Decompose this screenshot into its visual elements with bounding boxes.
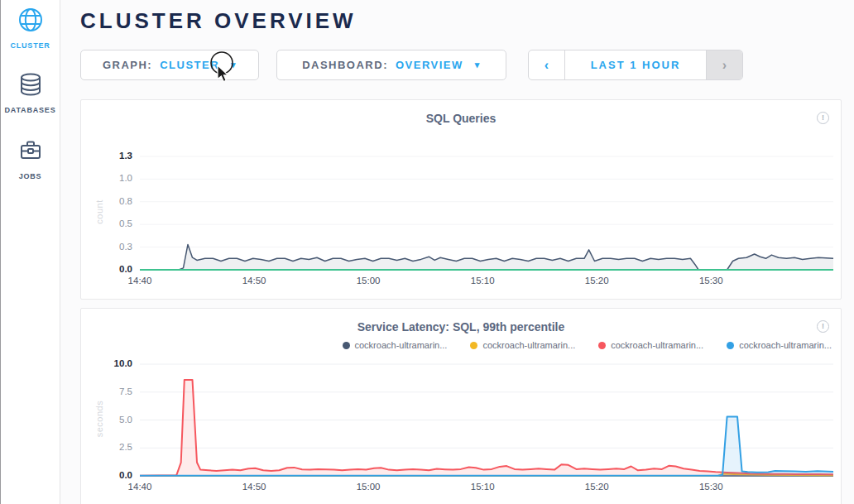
x-axis-tick: 15:10 xyxy=(458,276,507,286)
x-axis-tick: 14:50 xyxy=(229,482,279,492)
page-title: CLUSTER OVERVIEW xyxy=(80,8,357,34)
sidebar-item-label: JOBS xyxy=(19,172,42,180)
sql-queries-chart-card: SQL Queries ! 1.31.00.80.50.30.014:4014:… xyxy=(80,99,842,300)
graph-dropdown-label: GRAPH: xyxy=(103,59,152,71)
x-axis-tick: 14:40 xyxy=(115,276,165,286)
dashboard-dropdown-value: OVERVIEW xyxy=(396,59,463,71)
time-range-label[interactable]: LAST 1 HOUR xyxy=(565,50,706,79)
sidebar-item-label: DATABASES xyxy=(5,106,56,114)
x-axis-tick: 15:10 xyxy=(458,482,507,492)
x-axis-tick: 15:00 xyxy=(343,276,393,286)
time-range-next-button[interactable]: › xyxy=(706,50,742,79)
service-latency-chart-card: Service Latency: SQL, 99th percentile ! … xyxy=(80,308,842,504)
dashboard-dropdown[interactable]: DASHBOARD: OVERVIEW ▾ xyxy=(276,50,506,80)
chevron-down-icon: ▾ xyxy=(231,60,237,70)
sidebar-item-databases[interactable]: DATABASES xyxy=(1,71,60,116)
briefcase-icon xyxy=(17,137,44,164)
series-area xyxy=(140,416,833,476)
globe-icon xyxy=(17,7,44,33)
chart-plot-area[interactable] xyxy=(81,309,841,504)
x-axis-tick: 15:20 xyxy=(572,276,621,286)
sidebar-item-cluster[interactable]: CLUSTER xyxy=(1,7,60,51)
database-icon xyxy=(17,71,44,98)
y-axis-unit-label: seconds xyxy=(94,377,104,460)
time-range-prev-button[interactable]: ‹ xyxy=(529,50,565,79)
x-axis-tick: 14:50 xyxy=(229,276,279,286)
time-range-selector: ‹ LAST 1 HOUR › xyxy=(528,50,743,80)
sidebar: CLUSTER DATABASES JOBS xyxy=(1,0,60,504)
x-axis-tick: 14:40 xyxy=(115,482,165,492)
graph-dropdown[interactable]: GRAPH: CLUSTER ▾ xyxy=(80,50,259,80)
y-axis-unit-label: count xyxy=(94,170,104,253)
chart-plot-area[interactable] xyxy=(81,100,841,299)
sidebar-item-jobs[interactable]: JOBS xyxy=(1,137,60,182)
dashboard-dropdown-label: DASHBOARD: xyxy=(302,59,388,71)
x-axis-tick: 15:30 xyxy=(686,482,736,492)
chevron-right-icon: › xyxy=(722,58,727,73)
chevron-down-icon: ▾ xyxy=(475,60,481,70)
x-axis-tick: 15:00 xyxy=(343,482,393,492)
graph-dropdown-value: CLUSTER xyxy=(160,59,219,71)
chevron-left-icon: ‹ xyxy=(545,58,549,73)
sidebar-item-label: CLUSTER xyxy=(10,41,50,50)
x-axis-tick: 15:20 xyxy=(572,482,621,492)
x-axis-tick: 15:30 xyxy=(686,276,736,286)
